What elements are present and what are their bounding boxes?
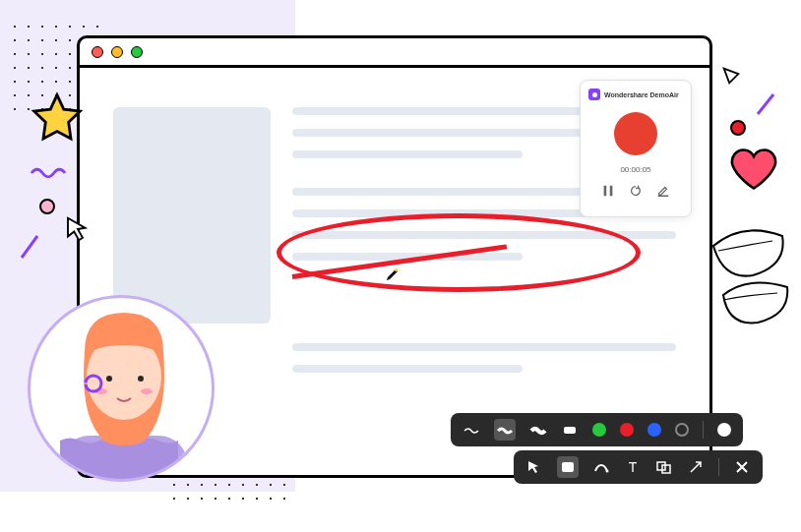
minimize-button[interactable] (111, 46, 123, 58)
svg-rect-6 (610, 186, 613, 197)
edit-icon[interactable] (656, 184, 670, 198)
shape-tool[interactable] (655, 458, 673, 476)
close-tool[interactable] (733, 458, 751, 476)
brand-label: Wondershare DemoAir (604, 91, 679, 98)
draw-tool[interactable] (592, 458, 610, 476)
color-white[interactable] (717, 423, 731, 437)
triangle-icon (720, 65, 742, 87)
svg-rect-8 (562, 462, 574, 472)
recorder-panel: Wondershare DemoAir 00:00:05 (580, 80, 692, 217)
heart-icon (726, 144, 781, 195)
color-red[interactable] (620, 423, 634, 437)
webcam-avatar[interactable] (28, 295, 215, 482)
color-blue[interactable] (647, 423, 661, 437)
toolbar-divider (703, 421, 704, 439)
maximize-button[interactable] (131, 46, 143, 58)
svg-rect-5 (604, 186, 607, 197)
medium-line-tool[interactable] (494, 419, 516, 441)
avatar-illustration (31, 298, 215, 482)
recorder-controls (601, 184, 670, 198)
svg-point-3 (731, 121, 745, 135)
arrow-tool[interactable] (687, 458, 705, 476)
toolbar-divider (718, 458, 719, 476)
svg-point-17 (141, 388, 153, 394)
brush-toolbar (451, 413, 743, 446)
color-picker[interactable] (675, 423, 689, 437)
svg-line-2 (758, 94, 773, 114)
image-placeholder (113, 107, 271, 324)
thick-line-tool[interactable] (529, 421, 547, 439)
svg-point-14 (106, 376, 112, 382)
thin-line-tool[interactable] (462, 421, 480, 439)
close-button[interactable] (92, 46, 103, 58)
pause-icon[interactable] (601, 184, 615, 198)
eraser-tool[interactable] (561, 421, 579, 439)
brand-logo-icon (588, 89, 600, 100)
red-dot-icon (728, 118, 748, 138)
svg-rect-10 (657, 462, 665, 470)
window-titlebar (80, 38, 709, 68)
svg-point-9 (606, 470, 609, 473)
select-tool[interactable] (525, 458, 543, 476)
text-tool[interactable]: T (624, 458, 642, 476)
pen-tip-icon (385, 266, 400, 282)
color-green[interactable] (592, 423, 606, 437)
svg-point-15 (138, 376, 144, 382)
record-button[interactable] (614, 112, 657, 155)
recorder-brand: Wondershare DemoAir (588, 89, 679, 100)
svg-rect-7 (564, 427, 576, 434)
shape-toolbar: T (514, 450, 763, 484)
svg-rect-11 (662, 465, 670, 473)
slash-icon (752, 90, 779, 118)
restart-icon[interactable] (629, 184, 643, 198)
text-placeholder-block (292, 343, 676, 386)
recording-timer: 00:00:05 (620, 165, 650, 174)
rectangle-tool[interactable] (557, 456, 579, 478)
